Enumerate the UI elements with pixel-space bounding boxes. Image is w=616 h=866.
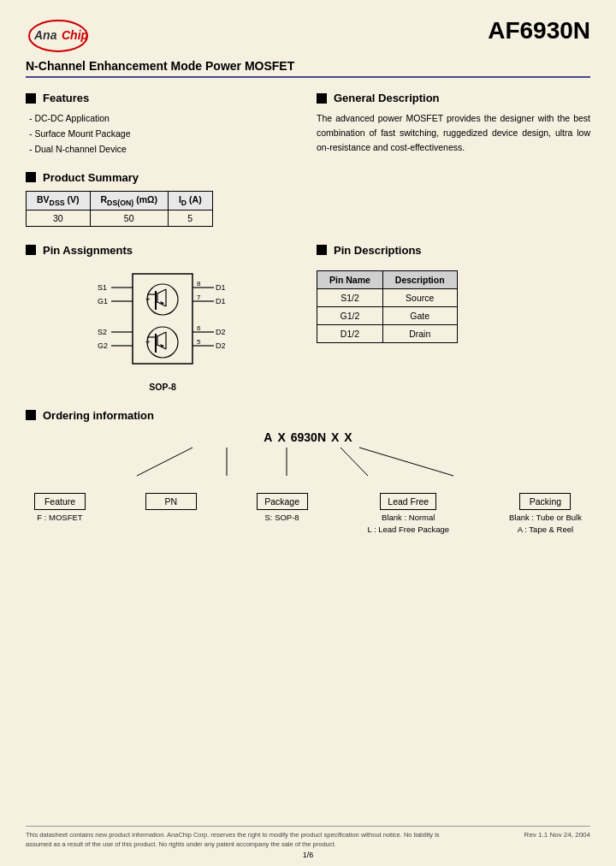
pin-name-d12: D1/2 bbox=[317, 324, 383, 342]
footer-right: Rev 1.1 Nov 24, 2004 bbox=[524, 831, 590, 839]
pin-desc-header-row: Pin Name Description bbox=[317, 270, 458, 288]
svg-text:6: 6 bbox=[197, 324, 201, 332]
pin-name-s12: S1/2 bbox=[317, 288, 383, 306]
footer-page: 1/6 bbox=[303, 851, 314, 859]
product-summary-section: Product Summary BVDSS (V) RDS(ON) (mΩ) I… bbox=[26, 171, 590, 227]
svg-text:G1: G1 bbox=[98, 297, 108, 305]
summary-data-row: 30 50 5 bbox=[27, 210, 213, 226]
pin-desc-table: Pin Name Description S1/2 Source G1/2 Ga… bbox=[317, 270, 458, 343]
ordering-connectors-svg bbox=[60, 446, 556, 493]
logo-svg: Ana Chip bbox=[26, 17, 128, 56]
product-summary-table: BVDSS (V) RDS(ON) (mΩ) ID (A) 30 50 5 bbox=[26, 191, 213, 227]
feature-item-1: - DC-DC Application bbox=[29, 111, 299, 127]
order-box-leadfree: Lead Free bbox=[380, 493, 436, 510]
general-desc-bullet bbox=[317, 93, 327, 104]
footer: This datasheet contains new product info… bbox=[26, 826, 590, 849]
svg-text:D2: D2 bbox=[216, 328, 226, 336]
pin-row-d12: D1/2 Drain bbox=[317, 324, 458, 342]
svg-text:Chip: Chip bbox=[62, 28, 89, 42]
part-code-x3: X bbox=[344, 430, 352, 444]
header: Ana Chip AF6930N bbox=[26, 17, 590, 56]
svg-text:S2: S2 bbox=[98, 328, 107, 336]
svg-text:D1: D1 bbox=[216, 297, 226, 305]
svg-text:7: 7 bbox=[197, 294, 201, 301]
features-general-section: Features - DC-DC Application - Surface M… bbox=[26, 92, 590, 157]
summary-col-rdson: RDS(ON) (mΩ) bbox=[90, 191, 168, 210]
svg-text:8: 8 bbox=[197, 280, 201, 288]
svg-line-45 bbox=[341, 448, 368, 476]
product-summary-title: Product Summary bbox=[43, 171, 139, 184]
svg-text:D2: D2 bbox=[216, 341, 226, 350]
pin-desc-s12: Source bbox=[382, 288, 457, 306]
pin-descriptions-header: Pin Descriptions bbox=[317, 244, 590, 257]
summary-rdson-val: 50 bbox=[90, 210, 168, 226]
pin-descriptions-bullet bbox=[317, 245, 327, 255]
sop-label: SOP-8 bbox=[149, 382, 176, 392]
features-header: Features bbox=[26, 92, 299, 104]
svg-text:5: 5 bbox=[197, 338, 201, 346]
ordering-boxes-row: Feature F : MOSFET PN Package S: SOP-8 L… bbox=[26, 493, 590, 537]
product-summary-header: Product Summary bbox=[26, 171, 590, 184]
svg-text:G2: G2 bbox=[98, 341, 108, 350]
pin-diagram: S1 G1 S2 G2 D1 8 D1 7 bbox=[26, 265, 299, 392]
ordering-bullet bbox=[26, 410, 36, 420]
pin-row-g12: G1/2 Gate bbox=[317, 306, 458, 324]
ordering-header: Ordering information bbox=[26, 409, 590, 422]
pin-section: Pin Assignments S1 G1 S2 G2 bbox=[26, 244, 590, 392]
order-box-feature: Feature bbox=[34, 493, 86, 510]
pin-desc-g12: Gate bbox=[382, 306, 457, 324]
pin-desc-d12: Drain bbox=[382, 324, 457, 342]
features-bullet bbox=[26, 93, 36, 104]
part-code-a: A bbox=[264, 430, 272, 444]
part-code-x1: X bbox=[277, 430, 285, 444]
part-code-x2: X bbox=[331, 430, 339, 444]
general-desc-text: The advanced power MOSFET provides the d… bbox=[317, 111, 590, 154]
footer-disclaimer: This datasheet contains new product info… bbox=[26, 831, 453, 849]
feature-item-3: - Dual N-channel Device bbox=[29, 142, 299, 157]
title-line: N-Channel Enhancement Mode Power MOSFET bbox=[26, 59, 590, 78]
ordering-title: Ordering information bbox=[43, 409, 154, 422]
pin-desc-col-header: Description bbox=[382, 270, 457, 288]
order-group-leadfree: Lead Free Blank : NormalL : Lead Free Pa… bbox=[367, 493, 449, 537]
pin-assignments: Pin Assignments S1 G1 S2 G2 bbox=[26, 244, 299, 392]
general-description-column: General Description The advanced power M… bbox=[317, 92, 590, 157]
pin-assignments-bullet bbox=[26, 245, 36, 255]
ordering-diagram: A X 6930N X X Feature F : MOSFET bbox=[26, 430, 590, 537]
page-title: N-Channel Enhancement Mode Power MOSFET bbox=[26, 59, 590, 73]
pin-diagram-svg: S1 G1 S2 G2 D1 8 D1 7 bbox=[94, 265, 231, 377]
order-desc-packing: Blank : Tube or BulkA : Tape & Reel bbox=[509, 512, 582, 537]
order-box-pn: PN bbox=[145, 493, 197, 510]
features-list: - DC-DC Application - Surface Mount Pack… bbox=[26, 111, 299, 157]
summary-col-bvdss: BVDSS (V) bbox=[27, 191, 91, 210]
svg-line-42 bbox=[137, 448, 192, 476]
svg-text:+: + bbox=[145, 337, 151, 347]
order-box-package: Package bbox=[257, 493, 308, 510]
general-desc-header: General Description bbox=[317, 92, 590, 104]
general-desc-title: General Description bbox=[334, 92, 440, 104]
ordering-section: Ordering information A X 6930N X X bbox=[26, 409, 590, 537]
svg-text:S1: S1 bbox=[98, 283, 107, 292]
summary-bvdss-val: 30 bbox=[27, 210, 91, 226]
pin-assignments-title: Pin Assignments bbox=[43, 244, 133, 257]
order-desc-feature: F : MOSFET bbox=[37, 512, 82, 524]
pin-name-g12: G1/2 bbox=[317, 306, 383, 324]
svg-text:D1: D1 bbox=[216, 283, 226, 292]
svg-text:+: + bbox=[145, 294, 151, 304]
order-group-pn: PN bbox=[145, 493, 197, 512]
order-group-package: Package S: SOP-8 bbox=[257, 493, 308, 524]
order-group-feature: Feature F : MOSFET bbox=[34, 493, 86, 524]
footer-revision: Rev 1.1 Nov 24, 2004 bbox=[524, 831, 590, 839]
features-column: Features - DC-DC Application - Surface M… bbox=[26, 92, 299, 157]
part-number: AF6930N bbox=[488, 17, 590, 44]
order-box-packing: Packing bbox=[519, 493, 571, 510]
pin-name-col-header: Pin Name bbox=[317, 270, 383, 288]
part-code-display: A X 6930N X X bbox=[26, 430, 590, 444]
svg-text:Ana: Ana bbox=[33, 28, 57, 42]
summary-id-val: 5 bbox=[168, 210, 212, 226]
product-summary-bullet bbox=[26, 172, 36, 182]
pin-descriptions: Pin Descriptions Pin Name Description S1… bbox=[317, 244, 590, 392]
features-title: Features bbox=[43, 92, 89, 104]
pin-descriptions-title: Pin Descriptions bbox=[334, 244, 422, 257]
order-desc-leadfree: Blank : NormalL : Lead Free Package bbox=[367, 512, 449, 537]
pin-assignments-header: Pin Assignments bbox=[26, 244, 299, 257]
